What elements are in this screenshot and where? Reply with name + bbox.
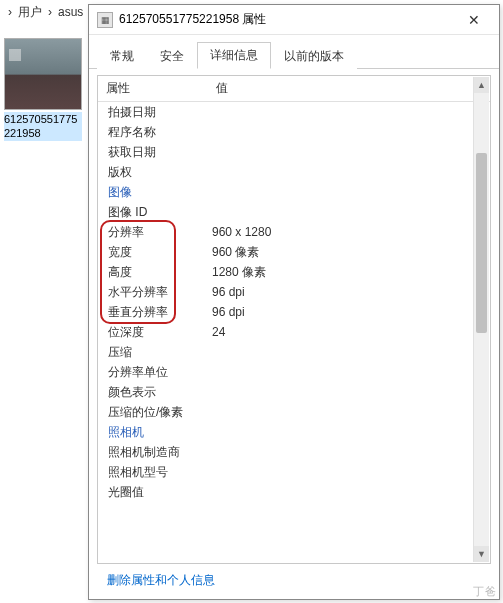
property-row[interactable]: 分辨率960 x 1280 (98, 222, 490, 242)
property-row[interactable]: 颜色表示 (98, 382, 490, 402)
scroll-track[interactable] (474, 93, 489, 546)
watermark: 丁爸 (473, 584, 497, 599)
tab-details[interactable]: 详细信息 (197, 42, 271, 69)
file-thumbnail-item[interactable]: 612570551775221958 (4, 38, 88, 141)
property-name: 图像 (98, 184, 208, 201)
close-button[interactable]: ✕ (453, 6, 495, 34)
tab-bar: 常规 安全 详细信息 以前的版本 (89, 35, 499, 69)
property-value: 960 像素 (208, 244, 490, 261)
property-row[interactable]: 垂直分辨率96 dpi (98, 302, 490, 322)
property-row[interactable]: 照相机 (98, 422, 490, 442)
property-row[interactable]: 拍摄日期 (98, 102, 490, 122)
property-name: 分辨率单位 (98, 364, 208, 381)
property-row[interactable]: 水平分辨率96 dpi (98, 282, 490, 302)
header-value[interactable]: 值 (208, 76, 236, 101)
scroll-up-button[interactable]: ▲ (474, 77, 489, 93)
property-value: 96 dpi (208, 305, 490, 319)
property-name: 宽度 (98, 244, 208, 261)
property-name: 程序名称 (98, 124, 208, 141)
property-name: 压缩 (98, 344, 208, 361)
property-name: 分辨率 (98, 224, 208, 241)
details-list: 属性 值 拍摄日期程序名称获取日期版权图像图像 ID分辨率960 x 1280宽… (97, 75, 491, 564)
property-name: 垂直分辨率 (98, 304, 208, 321)
titlebar[interactable]: ▦ 612570551775221958 属性 ✕ (89, 5, 499, 35)
property-row[interactable]: 图像 (98, 182, 490, 202)
property-row[interactable]: 照相机型号 (98, 462, 490, 482)
tab-security[interactable]: 安全 (147, 43, 197, 69)
vertical-scrollbar[interactable]: ▲ ▼ (473, 77, 489, 562)
file-thumbnail-image (4, 38, 82, 110)
property-name: 颜色表示 (98, 384, 208, 401)
property-row[interactable]: 版权 (98, 162, 490, 182)
scroll-thumb[interactable] (476, 153, 487, 333)
property-name: 水平分辨率 (98, 284, 208, 301)
remove-properties-link[interactable]: 删除属性和个人信息 (97, 564, 491, 599)
file-thumbnail-label: 612570551775221958 (4, 112, 82, 141)
property-name: 拍摄日期 (98, 105, 208, 120)
property-row[interactable]: 压缩的位/像素 (98, 402, 490, 422)
property-name: 位深度 (98, 324, 208, 341)
property-row[interactable]: 光圈值 (98, 482, 490, 502)
property-value: 1280 像素 (208, 264, 490, 281)
breadcrumb-item[interactable]: 用户 (18, 4, 42, 21)
property-row[interactable]: 程序名称 (98, 122, 490, 142)
property-name: 光圈值 (98, 484, 208, 501)
breadcrumb[interactable]: › 用户 › asus › (0, 0, 101, 24)
property-value: 960 x 1280 (208, 225, 490, 239)
property-name: 照相机型号 (98, 464, 208, 481)
explorer-background: › 用户 › asus › 612570551775221958 ▦ 61257… (0, 0, 503, 603)
details-header: 属性 值 (98, 76, 490, 102)
chevron-down-icon: ▼ (477, 549, 486, 559)
property-row[interactable]: 获取日期 (98, 142, 490, 162)
property-row[interactable]: 位深度24 (98, 322, 490, 342)
chevron-up-icon: ▲ (477, 80, 486, 90)
property-name: 照相机 (98, 424, 208, 441)
property-row[interactable]: 图像 ID (98, 202, 490, 222)
property-name: 高度 (98, 264, 208, 281)
property-name: 压缩的位/像素 (98, 404, 208, 421)
dialog-title: 612570551775221958 属性 (119, 11, 453, 28)
property-name: 版权 (98, 164, 208, 181)
tab-previous-versions[interactable]: 以前的版本 (271, 43, 357, 69)
property-name: 图像 ID (98, 204, 208, 221)
breadcrumb-item[interactable]: asus (58, 5, 83, 19)
property-value: 24 (208, 325, 490, 339)
property-row[interactable]: 压缩 (98, 342, 490, 362)
scroll-down-button[interactable]: ▼ (474, 546, 489, 562)
property-row[interactable]: 照相机制造商 (98, 442, 490, 462)
property-value: 96 dpi (208, 285, 490, 299)
properties-dialog: ▦ 612570551775221958 属性 ✕ 常规 安全 详细信息 以前的… (88, 4, 500, 600)
tab-general[interactable]: 常规 (97, 43, 147, 69)
details-rows[interactable]: 拍摄日期程序名称获取日期版权图像图像 ID分辨率960 x 1280宽度960 … (98, 102, 490, 564)
property-name: 照相机制造商 (98, 444, 208, 461)
property-row[interactable]: 高度1280 像素 (98, 262, 490, 282)
image-file-icon: ▦ (97, 12, 113, 28)
header-property[interactable]: 属性 (98, 76, 208, 101)
close-icon: ✕ (468, 12, 480, 28)
tab-content: 属性 值 拍摄日期程序名称获取日期版权图像图像 ID分辨率960 x 1280宽… (89, 69, 499, 599)
property-row[interactable]: 分辨率单位 (98, 362, 490, 382)
breadcrumb-sep: › (8, 5, 12, 19)
property-row[interactable]: 宽度960 像素 (98, 242, 490, 262)
breadcrumb-sep: › (48, 5, 52, 19)
property-name: 获取日期 (98, 144, 208, 161)
